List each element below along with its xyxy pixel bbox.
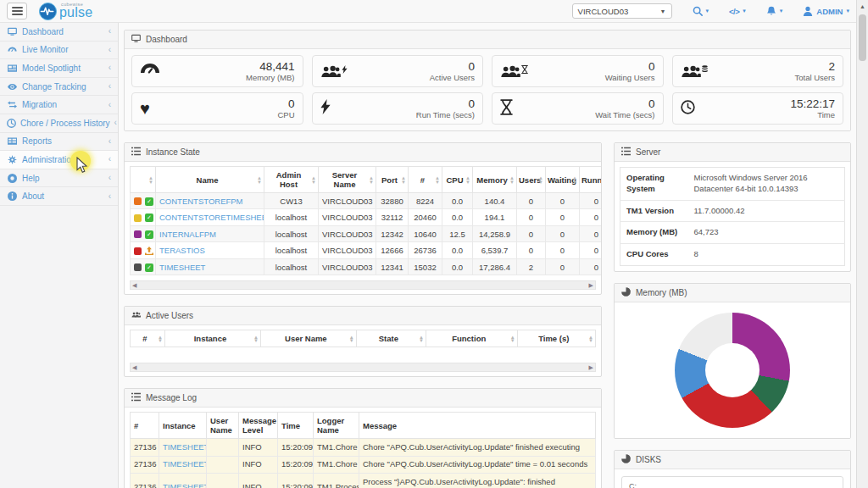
scroll-right-icon[interactable]: ▶ xyxy=(589,281,593,290)
sort-icon[interactable]: ▲▼ xyxy=(419,335,424,342)
instance-link[interactable]: TIMESHEET xyxy=(163,482,207,488)
column-header[interactable]: #▲▼ xyxy=(409,167,442,193)
sidebar-item-migration[interactable]: Migration ‹ xyxy=(0,96,118,114)
chevron-left-icon: ‹ xyxy=(108,82,111,91)
column-header[interactable]: Time (s)▲▼ xyxy=(517,330,595,347)
column-header[interactable]: Instance▲▼ xyxy=(165,330,261,347)
sidebar-item-label: Reports xyxy=(22,136,52,146)
instance-link[interactable]: CONTENTSTORETIMESHEETS xyxy=(159,213,264,222)
sort-icon[interactable]: ▲▼ xyxy=(509,176,515,184)
scroll-left-icon[interactable]: ◀ xyxy=(132,281,136,290)
column-header[interactable]: Server Name▲▼ xyxy=(319,167,376,193)
active-users-title: Active Users xyxy=(146,311,193,320)
sidebar-item-administration[interactable]: Administration ‹ xyxy=(0,151,118,169)
server-info-value: Microsoft Windows Server 2016 Datacenter… xyxy=(688,168,845,201)
stat-card-memory-mb: 48,441 Memory (MB) xyxy=(131,55,303,87)
scroll-up-icon[interactable]: ▲ xyxy=(857,0,868,9)
server-info-label: TM1 Version xyxy=(620,200,688,222)
sort-icon[interactable]: ▲▼ xyxy=(510,335,515,342)
sidebar-item-label: Administration xyxy=(22,155,75,164)
stat-value: 0 xyxy=(277,97,294,110)
status-icon xyxy=(134,230,142,238)
sort-icon[interactable]: ▲▼ xyxy=(158,335,163,342)
sort-icon[interactable]: ▲▼ xyxy=(349,335,354,342)
column-header[interactable]: #▲▼ xyxy=(131,330,165,347)
code-menu[interactable]: </> ▾ xyxy=(729,7,746,16)
notifications-menu[interactable]: ▾ xyxy=(766,6,783,16)
sort-icon[interactable]: ▲▼ xyxy=(572,176,577,184)
column-header[interactable]: State▲▼ xyxy=(356,330,426,347)
disks-panel-title: DISKS xyxy=(636,455,661,464)
column-header[interactable]: Port▲▼ xyxy=(376,167,409,193)
column-header[interactable]: Name▲▼ xyxy=(156,167,264,193)
sort-icon[interactable]: ▲▼ xyxy=(311,176,316,184)
instance-link[interactable]: TIMESHEET xyxy=(163,442,207,452)
column-header[interactable]: User Name▲▼ xyxy=(260,330,356,347)
server-select[interactable]: VIRCLOUD03 ▼ xyxy=(572,3,672,19)
scroll-right-icon[interactable]: ▶ xyxy=(589,363,593,372)
instance-link[interactable]: TERASTIOS xyxy=(159,246,205,255)
sort-icon[interactable]: ▲▼ xyxy=(401,176,406,184)
vertical-scrollbar[interactable]: ▲ xyxy=(856,0,868,488)
sort-icon[interactable]: ▲▼ xyxy=(465,176,470,184)
column-header[interactable]: CPU▲▼ xyxy=(442,167,473,193)
instance-link[interactable]: INTERNALFPM xyxy=(159,230,216,239)
instance-link[interactable]: TIMESHEET xyxy=(163,459,207,469)
users-icon xyxy=(500,65,528,78)
sort-icon[interactable]: ▲▼ xyxy=(257,176,262,184)
active-users-hscrollbar[interactable]: ◀▶ xyxy=(130,363,596,372)
sidebar-item-label: Live Monitor xyxy=(22,45,68,54)
sidebar-item-label: Change Tracking xyxy=(22,82,86,92)
instance-state-thead: ▲▼Name▲▼Admin Host▲▼Server Name▲▼Port▲▼#… xyxy=(131,167,603,193)
brand-logo[interactable]: cubewise pulse xyxy=(39,3,92,20)
search-menu[interactable]: ▾ xyxy=(693,6,709,16)
status-icon xyxy=(134,214,142,222)
active-users-table: #▲▼Instance▲▼User Name▲▼State▲▼Function▲… xyxy=(130,330,596,347)
server-info-table: Operating System Microsoft Windows Serve… xyxy=(620,167,845,266)
sidebar-item-help[interactable]: Help ‹ xyxy=(0,169,118,188)
sidebar-item-model-spotlight[interactable]: Model Spotlight ‹ xyxy=(0,59,118,78)
column-header[interactable]: Running▲▼ xyxy=(580,167,603,193)
chevron-left-icon: ‹ xyxy=(108,174,111,182)
user-menu[interactable]: ADMIN ▾ xyxy=(803,6,849,16)
sidebar-item-chore-process-history[interactable]: Chore / Process History ‹ xyxy=(0,114,118,133)
server-panel-header: Server xyxy=(615,143,850,162)
sort-icon[interactable]: ▲▼ xyxy=(253,335,259,342)
sort-icon[interactable]: ▲▼ xyxy=(148,176,153,184)
sort-icon[interactable]: ▲▼ xyxy=(588,335,593,342)
running-check-icon: ✓ xyxy=(145,230,153,239)
main-content: Dashboard 48,441 Memory (MB) 0 Active Us… xyxy=(119,23,856,488)
sort-icon[interactable]: ▲▼ xyxy=(538,176,543,184)
column-header[interactable]: Waiting▲▼ xyxy=(546,167,580,193)
instance-link[interactable]: CONTENTSTOREFPM xyxy=(159,197,243,206)
stat-label: Waiting Users xyxy=(605,73,655,82)
column-header[interactable]: Function▲▼ xyxy=(426,330,517,347)
chevron-left-icon: ‹ xyxy=(114,119,117,127)
stat-card-wait-time-secs: 0 Wait Time (secs) xyxy=(492,92,664,125)
instance-state-hscrollbar[interactable]: ◀▶ xyxy=(130,280,596,290)
log-row: 27136 TIMESHEET INFO15:20:09TM1.ChoreCho… xyxy=(131,439,596,456)
scrollbar-thumb[interactable] xyxy=(859,14,866,61)
stat-card-active-users: 0 Active Users xyxy=(312,55,484,87)
sidebar-toggle-button[interactable] xyxy=(7,3,27,19)
server-panel-title: Server xyxy=(636,147,660,157)
sort-icon[interactable]: ▲▼ xyxy=(435,176,440,184)
sidebar-item-dashboard[interactable]: Dashboard ‹ xyxy=(0,23,118,42)
column-header: Time xyxy=(278,413,314,439)
list-icon xyxy=(131,392,141,403)
sidebar-item-live-monitor[interactable]: Live Monitor ‹ xyxy=(0,42,118,60)
instance-link[interactable]: TIMESHEET xyxy=(159,263,205,272)
clock-icon xyxy=(681,100,695,118)
column-header[interactable]: Users▲▼ xyxy=(517,167,546,193)
column-header: Message Level xyxy=(239,413,278,439)
column-header[interactable]: ▲▼ xyxy=(131,167,156,193)
sidebar-item-about[interactable]: About ‹ xyxy=(0,187,118,206)
sort-icon[interactable]: ▲▼ xyxy=(369,176,374,184)
sidebar-item-change-tracking[interactable]: Change Tracking ‹ xyxy=(0,78,118,97)
sidebar-item-reports[interactable]: Reports ‹ xyxy=(0,133,118,152)
memory-donut-chart[interactable] xyxy=(675,313,790,428)
column-header[interactable]: Admin Host▲▼ xyxy=(264,167,319,193)
column-header[interactable]: Memory▲▼ xyxy=(473,167,517,193)
scroll-left-icon[interactable]: ◀ xyxy=(132,363,136,372)
stat-card-total-users: 2 Total Users xyxy=(672,55,844,87)
